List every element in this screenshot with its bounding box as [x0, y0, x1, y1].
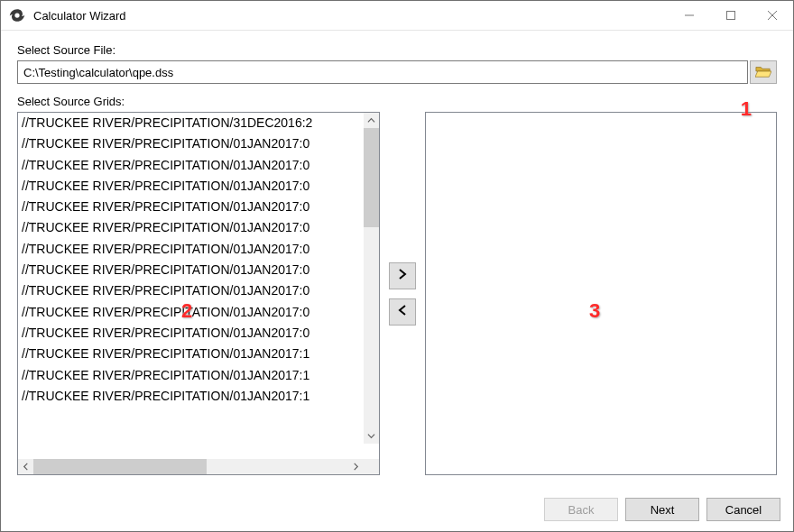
list-item[interactable]: //TRUCKEE RIVER/PRECIPITATION/01JAN2017:…: [18, 260, 364, 280]
browse-button[interactable]: [750, 60, 777, 84]
chevron-left-icon: [398, 305, 407, 318]
list-item[interactable]: //TRUCKEE RIVER/PRECIPITATION/01JAN2017:…: [18, 133, 364, 154]
available-grids-list[interactable]: //TRUCKEE RIVER/PRECIPITATION/31DEC2016:…: [17, 112, 380, 475]
app-icon: [8, 6, 26, 24]
list-item[interactable]: //TRUCKEE RIVER/PRECIPITATION/01JAN2017:…: [18, 365, 364, 386]
open-folder-icon: [755, 64, 771, 81]
horizontal-scrollbar[interactable]: [18, 459, 379, 474]
move-left-button[interactable]: [389, 298, 416, 326]
wizard-window: Calculator Wizard Select Source File:: [0, 0, 794, 532]
list-item[interactable]: //TRUCKEE RIVER/PRECIPITATION/01JAN2017:…: [18, 217, 364, 238]
scroll-up-icon[interactable]: [364, 113, 379, 128]
list-item[interactable]: //TRUCKEE RIVER/PRECIPITATION/01JAN2017:…: [18, 344, 364, 364]
maximize-button[interactable]: [710, 1, 752, 30]
list-item[interactable]: //TRUCKEE RIVER/PRECIPITATION/01JAN2017:…: [18, 239, 364, 260]
hscroll-track[interactable]: [33, 459, 348, 474]
list-item[interactable]: //TRUCKEE RIVER/PRECIPITATION/01JAN2017:…: [18, 176, 364, 197]
list-item[interactable]: //TRUCKEE RIVER/PRECIPITATION/01JAN2017:…: [18, 302, 364, 323]
scroll-down-icon[interactable]: [364, 428, 379, 444]
scroll-track[interactable]: [364, 128, 379, 428]
scroll-thumb[interactable]: [364, 128, 379, 227]
wizard-content: Select Source File: Select Source Grids:…: [1, 31, 793, 488]
scroll-right-icon[interactable]: [348, 459, 364, 474]
svg-rect-0: [727, 12, 735, 20]
list-item[interactable]: //TRUCKEE RIVER/PRECIPITATION/31DEC2016:…: [18, 113, 364, 133]
back-button[interactable]: Back: [544, 498, 618, 521]
list-items: //TRUCKEE RIVER/PRECIPITATION/31DEC2016:…: [18, 113, 364, 459]
minimize-button[interactable]: [669, 1, 710, 30]
cancel-button[interactable]: Cancel: [706, 498, 780, 521]
scroll-left-icon[interactable]: [18, 459, 33, 474]
wizard-footer: Back Next Cancel: [1, 488, 793, 531]
hscroll-thumb[interactable]: [33, 459, 207, 474]
dual-list-area: //TRUCKEE RIVER/PRECIPITATION/31DEC2016:…: [17, 112, 777, 475]
next-button[interactable]: Next: [625, 498, 699, 521]
transfer-buttons: [389, 112, 416, 475]
list-item[interactable]: //TRUCKEE RIVER/PRECIPITATION/01JAN2017:…: [18, 386, 364, 407]
titlebar: Calculator Wizard: [1, 1, 793, 31]
scroll-corner: [364, 459, 379, 474]
close-button[interactable]: [752, 1, 793, 30]
source-file-input[interactable]: [17, 60, 748, 84]
move-right-button[interactable]: [389, 262, 416, 289]
list-item[interactable]: //TRUCKEE RIVER/PRECIPITATION/01JAN2017:…: [18, 155, 364, 176]
vertical-scrollbar[interactable]: [364, 113, 379, 444]
list-item[interactable]: //TRUCKEE RIVER/PRECIPITATION/01JAN2017:…: [18, 197, 364, 217]
list-item[interactable]: //TRUCKEE RIVER/PRECIPITATION/01JAN2017:…: [18, 323, 364, 344]
source-file-label: Select Source File:: [17, 43, 777, 57]
chevron-right-icon: [398, 269, 407, 282]
source-grids-label: Select Source Grids:: [17, 95, 777, 108]
source-file-row: [17, 60, 777, 84]
list-item[interactable]: //TRUCKEE RIVER/PRECIPITATION/01JAN2017:…: [18, 280, 364, 301]
window-title: Calculator Wizard: [33, 9, 126, 23]
selected-grids-list[interactable]: [425, 112, 777, 475]
